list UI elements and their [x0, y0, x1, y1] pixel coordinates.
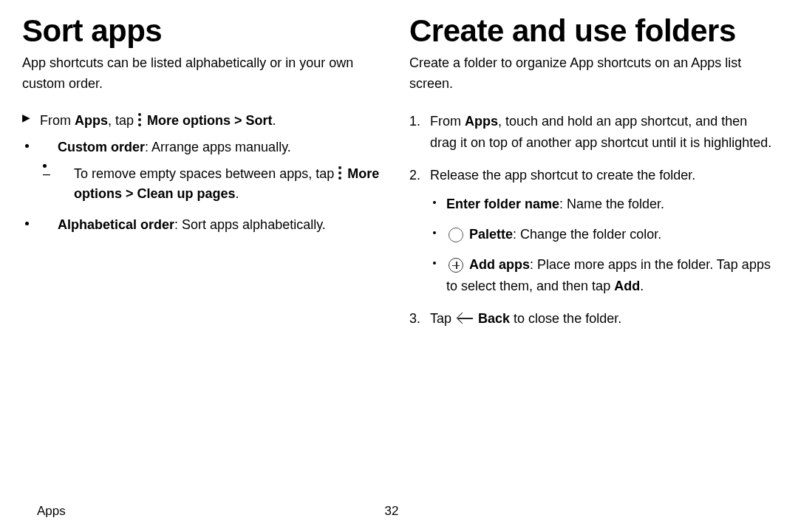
item-enter-folder-name: Enter folder name: Name the folder.	[446, 194, 776, 215]
label-add-apps: Add apps	[469, 257, 530, 272]
footer-section-name: Apps	[22, 504, 293, 519]
right-column: Create and use folders Create a folder t…	[409, 13, 776, 341]
instruction-from-apps: ▶ From Apps, tap More options > Sort. Cu…	[40, 111, 389, 236]
text: .	[236, 186, 239, 201]
text: : Arrange apps manually.	[145, 140, 291, 154]
manual-page: Sort apps App shortcuts can be listed al…	[0, 0, 798, 532]
label-alphabetical-order: Alphabetical order	[58, 217, 174, 232]
bullet-icon	[433, 262, 436, 265]
back-arrow-icon	[457, 312, 473, 325]
item-add-apps: Add apps: Place more apps in the folder.…	[446, 254, 776, 297]
more-options-icon	[338, 166, 341, 180]
dash-icon: –	[43, 164, 47, 168]
item-clean-up-pages: – To remove empty spaces between apps, t…	[74, 164, 389, 205]
bullet-icon	[433, 231, 436, 234]
label-more-options: More options	[147, 113, 231, 128]
text: To remove empty spaces between apps, tap	[74, 166, 338, 181]
play-icon: ▶	[22, 110, 30, 126]
plus-circle-icon	[449, 258, 463, 273]
label-sort-path: > Sort	[231, 113, 273, 128]
label-palette: Palette	[469, 227, 513, 242]
step-3: Tap Back to close the folder.	[430, 308, 776, 330]
palette-icon	[449, 228, 463, 242]
text: Release the app shortcut to create the f…	[430, 168, 695, 183]
label-cleanup-path: > Clean up pages	[122, 186, 236, 201]
bullet-icon	[25, 144, 29, 148]
label-back: Back	[478, 311, 510, 326]
label-add: Add	[614, 279, 640, 293]
label-custom-order: Custom order	[58, 140, 145, 154]
intro-sort-apps: App shortcuts can be listed alphabetical…	[22, 53, 389, 95]
left-column: Sort apps App shortcuts can be listed al…	[22, 13, 389, 341]
item-custom-order: Custom order: Arrange apps manually. – T…	[58, 137, 389, 205]
text: From	[430, 114, 465, 129]
page-footer: Apps 32	[0, 504, 798, 519]
text: .	[640, 279, 644, 293]
text: From	[40, 113, 75, 128]
text: .	[273, 113, 276, 128]
text: : Change the folder color.	[513, 227, 661, 242]
heading-create-folders: Create and use folders	[409, 13, 776, 49]
label-enter-folder-name: Enter folder name	[446, 197, 559, 211]
label-apps: Apps	[75, 113, 108, 128]
steps-list: From Apps, touch and hold an app shortcu…	[409, 111, 776, 330]
intro-create-folders: Create a folder to organize App shortcut…	[409, 53, 776, 95]
text: : Sort apps alphabetically.	[174, 217, 326, 232]
text: to close the folder.	[510, 311, 621, 326]
heading-sort-apps: Sort apps	[22, 13, 389, 49]
text: , tap	[108, 113, 137, 128]
bullet-icon	[433, 201, 436, 204]
label-apps: Apps	[465, 114, 498, 129]
text: Tap	[430, 311, 455, 326]
two-column-layout: Sort apps App shortcuts can be listed al…	[22, 13, 776, 341]
footer-spacer	[519, 504, 776, 519]
step-2: Release the app shortcut to create the f…	[430, 165, 776, 296]
item-palette: Palette: Change the folder color.	[446, 224, 776, 245]
footer-page-number: 32	[264, 504, 520, 519]
step-1: From Apps, touch and hold an app shortcu…	[430, 111, 776, 154]
item-alphabetical-order: Alphabetical order: Sort apps alphabetic…	[58, 215, 389, 236]
bullet-icon	[25, 222, 29, 225]
more-options-icon	[138, 113, 141, 126]
text: : Name the folder.	[559, 197, 664, 211]
